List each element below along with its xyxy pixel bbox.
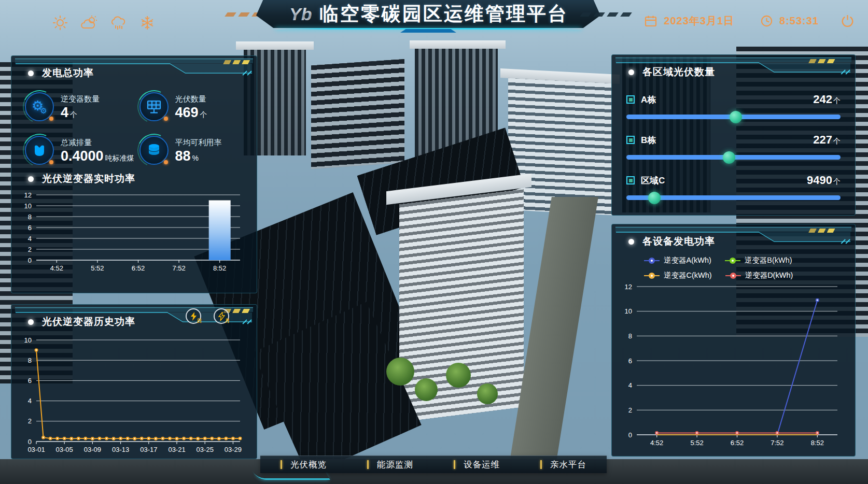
svg-text:2: 2 bbox=[28, 417, 32, 425]
sun-icon bbox=[52, 15, 68, 31]
nav-label: 设备运维 bbox=[464, 459, 500, 471]
region-label: 区域C bbox=[641, 175, 665, 187]
panel-generation-total: 发电总功率 ⚙⚙ 逆变器数量 4个 光伏数量 469个 总减排量 0 bbox=[11, 55, 257, 293]
generation-stats: ⚙⚙ 逆变器数量 4个 光伏数量 469个 总减排量 0.4000吨标准煤 bbox=[11, 80, 257, 167]
history-power-chart: 024681003-0103-0503-0903-1303-1703-2103-… bbox=[18, 335, 248, 455]
panel-history-power: 日 月 光伏逆变器历史功率 024681003-0103-0503-0903-1… bbox=[11, 304, 257, 459]
realtime-power-chart: 0246810124:525:526:527:528:52 bbox=[18, 190, 248, 274]
day-power-toggle[interactable]: 日 bbox=[186, 308, 201, 324]
stat-value: 0.4000吨标准煤 bbox=[61, 149, 134, 163]
page-title: 临空零碳园区运维管理平台 bbox=[319, 1, 568, 27]
nav-label: 亲水平台 bbox=[550, 459, 586, 471]
svg-text:8:52: 8:52 bbox=[213, 264, 226, 272]
legend-label: 逆变器C(kWh) bbox=[664, 271, 712, 280]
sun-cloud-icon bbox=[81, 15, 97, 31]
banner-center-tab bbox=[400, 29, 456, 33]
svg-text:2: 2 bbox=[28, 246, 32, 253]
gears-icon: ⚙⚙ bbox=[25, 92, 54, 121]
svg-text:6: 6 bbox=[628, 357, 632, 365]
datetime-bar: 2023年3月1日 8:53:31 bbox=[644, 14, 855, 28]
nav-label: 光伏概览 bbox=[290, 459, 327, 471]
nav-label: 能源监测 bbox=[377, 459, 413, 471]
svg-text:8: 8 bbox=[28, 213, 32, 221]
history-panel-title: 光伏逆变器历史功率 bbox=[42, 315, 135, 329]
stat-pv-count: 光伏数量 469个 bbox=[139, 92, 252, 121]
power-icon[interactable] bbox=[841, 14, 855, 28]
region-panel-title: 各区域光伏数量 bbox=[642, 65, 715, 79]
svg-text:0: 0 bbox=[628, 431, 632, 439]
title-dot bbox=[28, 319, 34, 325]
svg-text:7:52: 7:52 bbox=[172, 264, 185, 272]
nav-separator bbox=[281, 460, 282, 469]
svg-text:6: 6 bbox=[28, 377, 32, 385]
bottom-nav: 光伏概览 能源监测 设备运维 亲水平台 bbox=[260, 455, 607, 473]
nav-item-pv-overview[interactable]: 光伏概览 bbox=[260, 456, 347, 473]
nav-item-energy-monitor[interactable]: 能源监测 bbox=[347, 456, 433, 473]
device-chart-legend: 逆变器A(kWh) 逆变器B(kWh) 逆变器C(kWh) 逆变器D(kWh) bbox=[612, 248, 855, 280]
region-b-slider-track[interactable] bbox=[626, 155, 841, 160]
stat-label: 逆变器数量 bbox=[61, 94, 100, 104]
svg-text:0: 0 bbox=[28, 438, 32, 446]
stat-label: 平均可利用率 bbox=[175, 138, 222, 148]
region-row-b: B栋 227个 bbox=[612, 133, 855, 160]
region-a-slider-track[interactable] bbox=[626, 115, 841, 119]
panel-title-row: 各设备发电功率 bbox=[612, 224, 855, 248]
legend-label: 逆变器A(kWh) bbox=[664, 255, 711, 265]
building-icon bbox=[626, 136, 635, 144]
svg-text:10: 10 bbox=[24, 202, 32, 210]
legend-marker bbox=[644, 257, 660, 264]
svg-text:10: 10 bbox=[24, 336, 32, 344]
building-icon bbox=[626, 176, 635, 184]
region-value: 9490个 bbox=[807, 174, 841, 187]
svg-text:0: 0 bbox=[28, 257, 32, 264]
legend-inverter-d[interactable]: 逆变器D(kWh) bbox=[725, 271, 793, 280]
legend-inverter-b[interactable]: 逆变器B(kWh) bbox=[725, 255, 792, 265]
svg-text:2: 2 bbox=[628, 406, 632, 414]
history-range-toggles: 日 月 bbox=[186, 308, 229, 324]
realtime-chart-title: 光伏逆变器实时功率 bbox=[42, 172, 135, 186]
region-b-slider-thumb[interactable] bbox=[723, 151, 735, 164]
svg-text:4:52: 4:52 bbox=[50, 264, 63, 272]
panel-region-pv: 各区域光伏数量 A栋 242个 B栋 227个 区域C 9490个 bbox=[611, 54, 856, 216]
stat-value: 88% bbox=[175, 149, 222, 163]
panel-title-row: 各区域光伏数量 bbox=[612, 55, 855, 79]
toggle-label: 月 bbox=[225, 318, 230, 324]
svg-text:12: 12 bbox=[625, 283, 632, 291]
svg-text:10: 10 bbox=[625, 307, 632, 315]
stat-value: 469个 bbox=[175, 106, 207, 120]
leaf-icon bbox=[25, 136, 54, 165]
legend-inverter-a[interactable]: 逆变器A(kWh) bbox=[644, 255, 711, 265]
building-icon bbox=[626, 95, 635, 104]
region-a-slider-thumb[interactable] bbox=[730, 111, 742, 123]
nav-item-water-platform[interactable]: 亲水平台 bbox=[520, 456, 607, 473]
region-c-slider-thumb[interactable] bbox=[648, 192, 661, 204]
header-dashes-right bbox=[581, 12, 631, 17]
stat-emission-reduction: 总减排量 0.4000吨标准煤 bbox=[25, 136, 137, 165]
region-label: A栋 bbox=[641, 94, 656, 106]
toggle-label: 日 bbox=[197, 318, 202, 324]
month-power-toggle[interactable]: 月 bbox=[214, 308, 229, 324]
svg-text:5:52: 5:52 bbox=[91, 264, 104, 272]
device-panel-title: 各设备发电功率 bbox=[642, 235, 715, 248]
svg-text:8: 8 bbox=[628, 332, 632, 340]
title-dot bbox=[628, 239, 634, 245]
svg-text:Yb: Yb bbox=[289, 4, 312, 24]
region-row-c: 区域C 9490个 bbox=[612, 174, 855, 200]
stat-label: 光伏数量 bbox=[175, 94, 207, 104]
region-label: B栋 bbox=[641, 134, 656, 146]
legend-inverter-c[interactable]: 逆变器C(kWh) bbox=[644, 271, 712, 280]
region-value: 227个 bbox=[813, 133, 841, 147]
stat-availability: 平均可利用率 88% bbox=[139, 136, 252, 165]
svg-text:4: 4 bbox=[28, 397, 32, 405]
svg-text:03-21: 03-21 bbox=[168, 446, 185, 453]
rain-cloud-icon bbox=[110, 15, 127, 31]
stat-value: 4个 bbox=[61, 106, 100, 120]
database-icon bbox=[139, 136, 169, 165]
region-c-slider-track[interactable] bbox=[626, 195, 841, 200]
svg-text:03-01: 03-01 bbox=[27, 446, 45, 453]
realtime-chart-title-row: 光伏逆变器实时功率 bbox=[11, 167, 257, 186]
svg-text:8:52: 8:52 bbox=[811, 439, 824, 447]
nav-item-device-ops[interactable]: 设备运维 bbox=[433, 456, 520, 473]
svg-text:7:52: 7:52 bbox=[771, 439, 783, 447]
title-dot bbox=[628, 69, 634, 75]
